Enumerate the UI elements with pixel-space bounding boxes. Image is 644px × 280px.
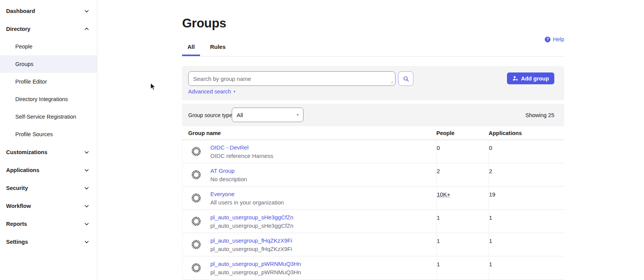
group-source-type-dropdown[interactable]: All ▾ [232, 108, 303, 122]
sidebar-item-label: Customizations [6, 149, 47, 155]
add-group-label: Add group [521, 76, 549, 82]
group-gear-icon [191, 193, 201, 203]
table-row: pl_auto_usergroup_sHe3ggCfZn pl_auto_use… [182, 210, 564, 233]
sidebar-item-label: Workflow [6, 203, 31, 209]
table-row: OIDC - DevRel OIDC reference Harness 0 0 [182, 140, 564, 163]
groups-table: Group name People Applications OIDC - De… [182, 126, 564, 280]
group-name-link[interactable]: AT Group [210, 167, 247, 175]
chevron-down-icon [84, 221, 89, 227]
column-header-group-name: Group name [182, 130, 436, 136]
caret-down-icon: ▾ [297, 113, 299, 117]
sidebar-item-reports[interactable]: Reports [0, 215, 97, 233]
chevron-down-icon [84, 150, 89, 155]
sidebar-item-directory[interactable]: Directory [0, 20, 97, 38]
search-input[interactable] [188, 71, 395, 86]
chevron-down-icon [84, 239, 89, 245]
page-title: Groups [182, 16, 564, 31]
chevron-down-icon [84, 185, 89, 191]
people-count: 2 [436, 163, 489, 186]
sidebar-item-label: People [15, 43, 32, 50]
main-area: ? Help Groups All Rules [97, 0, 644, 280]
search-panel: Add group Advanced search ▾ [182, 66, 564, 100]
sidebar-item-label: Directory Integrations [15, 96, 68, 102]
chevron-down-icon [84, 167, 89, 173]
tab-rules[interactable]: Rules [205, 41, 231, 56]
applications-count: 1 [489, 256, 564, 279]
group-description: OIDC reference Harness [210, 152, 273, 160]
tab-bar: All Rules [182, 41, 564, 56]
table-row: Everyone All users in your organization … [182, 187, 564, 210]
advanced-search-link[interactable]: Advanced search ▾ [188, 89, 236, 95]
group-gear-icon [191, 170, 201, 180]
sidebar-item-security[interactable]: Security [0, 179, 97, 197]
table-row: AT Group No description 2 2 [182, 163, 564, 187]
group-gear-icon [191, 240, 201, 249]
applications-count: 0 [489, 140, 564, 163]
group-description: pl_auto_usergroup_sHe3ggCfZn [210, 222, 294, 230]
sidebar-item-applications[interactable]: Applications [0, 161, 97, 179]
sidebar-nav: Dashboard Directory People Groups Profil… [0, 0, 97, 280]
group-description: pl_auto_usergroup_pWRNMuQ3Hn [210, 268, 301, 277]
group-description: All users in your organization [210, 198, 284, 207]
group-name-link[interactable]: pl_auto_usergroup_sHe3ggCfZn [210, 213, 294, 222]
column-header-applications: Applications [489, 130, 564, 136]
sidebar-item-label: Groups [15, 61, 34, 67]
help-link[interactable]: ? Help [545, 36, 564, 42]
add-group-button[interactable]: Add group [507, 72, 554, 84]
magnifier-icon [403, 76, 409, 82]
applications-count: 1 [489, 233, 564, 256]
resize-handle-icon[interactable] [390, 80, 394, 84]
column-header-people: People [436, 130, 489, 136]
sidebar-item-groups[interactable]: Groups [0, 55, 97, 73]
group-source-type-label: Group source type [188, 112, 232, 118]
help-label: Help [553, 36, 564, 42]
sidebar-item-directory-integrations[interactable]: Directory Integrations [0, 90, 97, 108]
sidebar-item-label: Profile Editor [15, 79, 47, 85]
dropdown-value: All [237, 112, 243, 118]
people-count-link[interactable]: 10K+ [437, 191, 450, 198]
chevron-up-icon [84, 26, 89, 32]
table-row: pl_auto_usergroup_fHqZKzX9Fi pl_auto_use… [182, 233, 564, 256]
people-count: 1 [436, 210, 489, 233]
sidebar-item-label: Profile Sources [15, 131, 53, 137]
sidebar-item-label: Dashboard [6, 8, 35, 14]
sidebar-item-people[interactable]: People [0, 38, 97, 55]
sidebar-item-label: Applications [6, 167, 39, 173]
sidebar-item-settings[interactable]: Settings [0, 233, 97, 251]
table-row: pl_auto_usergroup_pWRNMuQ3Hn pl_auto_use… [182, 256, 564, 280]
caret-down-icon: ▾ [234, 90, 236, 93]
applications-count: 1 [489, 210, 564, 233]
sidebar-item-label: Self-Service Registration [15, 114, 76, 120]
sidebar-item-profile-editor[interactable]: Profile Editor [0, 73, 97, 90]
sidebar-item-label: Settings [6, 239, 28, 245]
group-gear-icon [191, 146, 201, 156]
people-count: 0 [436, 140, 489, 163]
showing-count: Showing 25 [525, 112, 554, 118]
sidebar-item-workflow[interactable]: Workflow [0, 197, 97, 215]
person-plus-icon [512, 76, 518, 81]
sidebar-item-customizations[interactable]: Customizations [0, 143, 97, 161]
table-header: Group name People Applications [182, 126, 564, 140]
group-name-link[interactable]: Everyone [210, 190, 284, 198]
group-name-link[interactable]: pl_auto_usergroup_fHqZKzX9Fi [210, 237, 292, 245]
applications-count: 2 [489, 163, 564, 186]
chevron-down-icon [84, 203, 89, 209]
group-gear-icon [191, 263, 201, 273]
people-count: 1 [436, 233, 489, 256]
applications-count: 19 [489, 187, 564, 209]
sidebar-item-self-service-registration[interactable]: Self-Service Registration [0, 108, 97, 126]
sidebar-item-profile-sources[interactable]: Profile Sources [0, 126, 97, 143]
filter-panel: Group source type All ▾ Showing 25 [182, 104, 564, 126]
sidebar-item-label: Reports [6, 221, 27, 227]
sidebar-item-label: Security [6, 185, 28, 191]
group-name-link[interactable]: OIDC - DevRel [210, 143, 273, 152]
sidebar-item-dashboard[interactable]: Dashboard [0, 2, 97, 20]
people-count: 1 [436, 256, 489, 279]
group-description: pl_auto_usergroup_fHqZKzX9Fi [210, 245, 292, 253]
question-circle-icon: ? [545, 37, 550, 42]
group-gear-icon [191, 216, 201, 226]
group-description: No description [210, 175, 247, 183]
search-button[interactable] [398, 71, 413, 86]
group-name-link[interactable]: pl_auto_usergroup_pWRNMuQ3Hn [210, 260, 301, 268]
tab-all[interactable]: All [182, 41, 200, 56]
